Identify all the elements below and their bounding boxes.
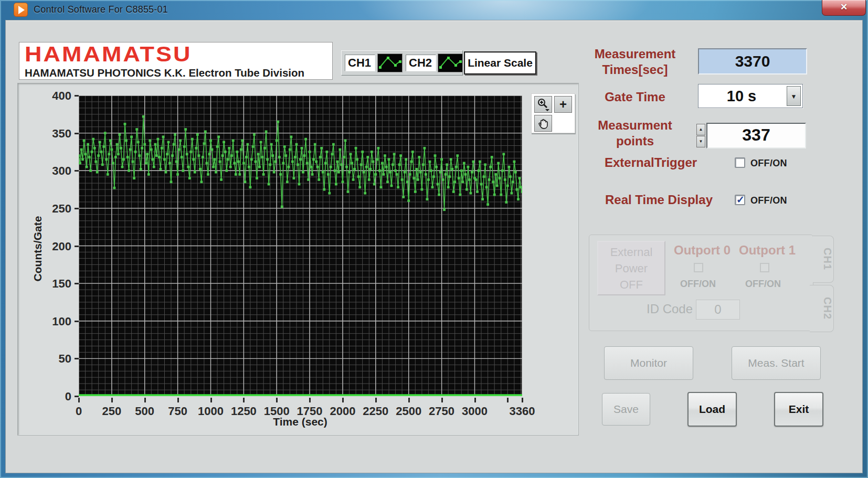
crosshair-icon: + — [559, 98, 567, 111]
app-icon — [14, 3, 28, 17]
external-power-button[interactable]: External Power OFF — [597, 241, 665, 295]
gate-time-dropdown[interactable]: 10 s ▼ — [698, 84, 803, 108]
y-tick-mark — [75, 358, 79, 359]
y-tick-mark — [75, 321, 79, 322]
tab-ch1[interactable]: CH1 — [813, 236, 834, 283]
x-tick-label: 3360 — [501, 405, 543, 418]
measurement-times-value: 3370 — [698, 48, 807, 75]
outport0-offon-label: OFF/ON — [680, 279, 716, 290]
measurement-points-value[interactable]: 337 — [706, 123, 806, 148]
x-tick-mark — [375, 398, 377, 402]
gate-time-value: 10 s — [698, 84, 785, 108]
x-tick-mark — [111, 398, 113, 402]
channel-selector-group: CH1 CH2 — [341, 50, 463, 76]
y-tick-label: 300 — [35, 164, 71, 178]
x-tick-mark — [276, 398, 278, 402]
x-tick-mark — [78, 398, 80, 402]
monitor-button[interactable]: Monitor — [604, 346, 693, 380]
real-time-display-label: Real Time Display — [605, 192, 713, 208]
spin-down-button[interactable]: ▼ — [696, 136, 705, 147]
check-icon: ✓ — [736, 194, 745, 206]
linear-scale-button[interactable]: Linear Scale — [464, 51, 536, 75]
outport0-label: Outport 0 — [674, 243, 731, 258]
tab-ch2[interactable]: CH2 — [810, 285, 834, 332]
y-tick-label: 350 — [35, 127, 71, 141]
gate-time-label: Gate Time — [569, 89, 701, 105]
x-tick-mark — [522, 398, 523, 402]
close-button[interactable]: ✕ — [822, 0, 866, 16]
y-tick-label: 100 — [35, 315, 71, 328]
y-tick-label: 400 — [35, 89, 71, 103]
y-tick-label: 50 — [35, 352, 71, 366]
graph-tool-palette: + — [531, 93, 575, 133]
id-code-value[interactable]: 0 — [696, 300, 740, 320]
ch2-trace-icon[interactable] — [438, 54, 463, 72]
external-trigger-checkbox[interactable] — [735, 157, 745, 168]
chevron-down-icon[interactable]: ▼ — [787, 86, 801, 106]
ch2-label[interactable]: CH2 — [406, 55, 436, 71]
id-code-label: ID Code — [647, 302, 693, 316]
y-tick-mark — [75, 396, 79, 397]
outport1-checkbox[interactable] — [760, 263, 769, 272]
ch1-trace-icon[interactable] — [377, 54, 403, 72]
external-trigger-offon-label: OFF/ON — [750, 158, 787, 169]
logo-text: HAMAMATSU — [25, 44, 327, 65]
x-tick-mark — [408, 398, 410, 402]
points-spinner: ▲ ▼ — [696, 124, 705, 147]
outport1-label: Outport 1 — [739, 243, 796, 258]
chart-plot-area[interactable] — [79, 95, 522, 396]
x-tick-label: 3000 — [454, 405, 496, 418]
exit-button[interactable]: Exit — [774, 392, 823, 427]
outport0-checkbox[interactable] — [694, 263, 703, 272]
y-tick-mark — [75, 133, 79, 134]
x-tick-mark — [177, 398, 179, 402]
load-button[interactable]: Load — [687, 392, 737, 427]
ch1-label[interactable]: CH1 — [345, 55, 375, 71]
logo-subtitle: HAMAMATSU PHOTONICS K.K. Electron Tube D… — [25, 67, 327, 79]
y-tick-mark — [75, 283, 79, 284]
save-button[interactable]: Save — [602, 393, 650, 426]
y-tick-mark — [75, 208, 79, 209]
y-tick-mark — [75, 95, 79, 97]
zoom-tool-button[interactable] — [534, 96, 552, 113]
real-time-display-offon-label: OFF/ON — [750, 195, 787, 206]
x-tick-mark — [243, 398, 245, 402]
x-tick-mark — [342, 398, 344, 402]
external-trigger-label: ExternalTrigger — [605, 155, 697, 171]
x-axis-label: Time (sec) — [273, 416, 327, 428]
x-tick-mark — [441, 398, 443, 402]
x-tick-mark — [309, 398, 311, 402]
magnifier-plus-icon — [536, 98, 550, 111]
y-axis-label: Counts/Gate — [31, 207, 44, 291]
window-title: Control Software For C8855-01 — [34, 4, 168, 15]
x-tick-mark — [144, 398, 146, 402]
device-io-group: CH1 CH2 External Power OFF Outport 0 Out… — [589, 232, 833, 333]
y-tick-label: 0 — [35, 390, 71, 403]
hamamatsu-logo: HAMAMATSU HAMAMATSU PHOTONICS K.K. Elect… — [19, 42, 333, 80]
measurement-points-label: Measurment points — [569, 118, 701, 149]
x-tick-mark — [210, 398, 212, 402]
y-tick-mark — [75, 246, 79, 247]
meas-start-button[interactable]: Meas. Start — [732, 346, 821, 380]
pan-tool-button[interactable] — [534, 115, 552, 132]
spin-up-button[interactable]: ▲ — [696, 124, 705, 135]
y-tick-mark — [75, 170, 79, 172]
real-time-display-checkbox[interactable]: ✓ — [735, 195, 745, 205]
measurement-times-label: Measurement Times[sec] — [569, 46, 701, 78]
titlebar: Control Software For C8855-01 ✕ — [0, 0, 868, 20]
play-triangle-icon — [18, 6, 25, 14]
hand-icon — [537, 117, 549, 130]
outport1-offon-label: OFF/ON — [745, 279, 781, 290]
x-tick-mark — [474, 398, 476, 402]
x-tick-mark — [507, 398, 509, 402]
